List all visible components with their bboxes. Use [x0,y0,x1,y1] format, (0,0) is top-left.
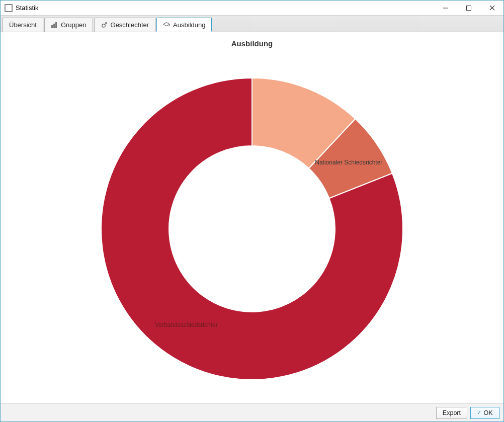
app-icon [5,4,13,12]
maximize-button[interactable] [457,1,480,16]
ok-button[interactable]: ✓ OK [470,407,499,419]
slice-label: Nationaler Schiedsrichter [315,159,382,166]
tab-label: Übersicht [9,21,37,29]
check-icon: ✓ [477,409,481,416]
window: Statistik Übersicht Gr [0,0,504,422]
bar-chart-icon [51,22,58,29]
svg-rect-1 [467,6,471,10]
svg-marker-11 [163,23,170,26]
tab-geschlechter[interactable]: Geschlechter [94,18,156,32]
chart-title: Ausbildung [231,39,273,48]
window-title: Statistik [16,4,434,12]
gender-icon [101,22,108,29]
donut-chart: Nationaler SchiedsrichterVerbandsschieds… [76,53,428,395]
content: Ausbildung Nationaler SchiedsrichterVerb… [1,32,503,403]
tab-label: Geschlechter [111,21,149,29]
button-label: OK [483,409,492,416]
tabstrip: Übersicht Gruppen Geschlech [1,16,503,32]
tab-ausbildung[interactable]: Ausbildung [156,18,212,32]
bottombar: Export ✓ OK [1,403,503,421]
tab-uebersicht[interactable]: Übersicht [3,18,43,32]
tab-gruppen[interactable]: Gruppen [44,18,93,32]
button-label: Export [443,409,461,416]
close-button[interactable] [480,1,503,16]
tab-label: Ausbildung [173,21,205,29]
close-icon [489,5,495,11]
chart-wrap: Nationaler SchiedsrichterVerbandsschieds… [1,48,503,403]
minimize-icon [443,6,448,11]
titlebar: Statistik [1,1,503,16]
svg-rect-5 [53,24,55,28]
slice-label: Verbandsschiedsrichter [155,321,218,328]
maximize-icon [466,6,471,11]
export-button[interactable]: Export [436,407,467,419]
svg-rect-4 [51,25,53,28]
grad-cap-icon [163,21,170,28]
minimize-button[interactable] [434,1,457,16]
svg-rect-6 [55,22,57,28]
tab-label: Gruppen [61,21,87,29]
